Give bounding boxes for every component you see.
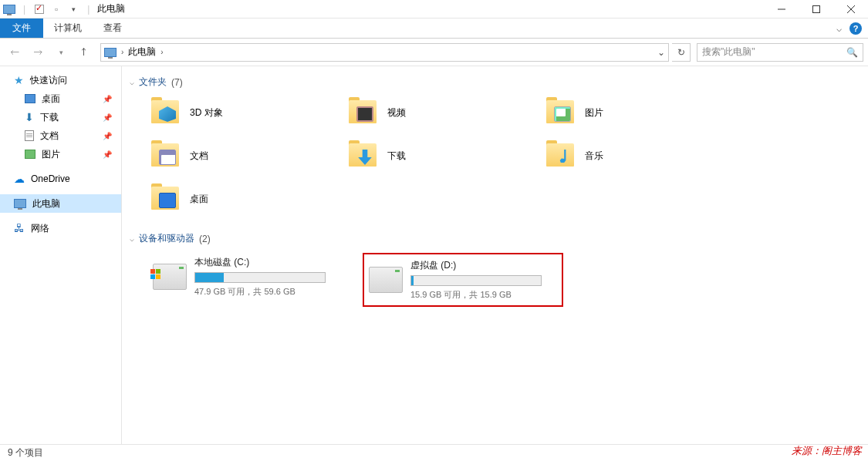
sidebar-onedrive[interactable]: ☁ OneDrive [0, 170, 121, 188]
ribbon-tabs: 文件 计算机 查看 ⌵ ? [0, 19, 868, 39]
content-pane: ⌵ 文件夹 (7) 3D 对象 视频 图片 文档 下载 音乐 [122, 66, 868, 444]
up-button[interactable]: 🡑 [74, 42, 94, 62]
drive-name: 虚拟盘 (D:) [410, 259, 557, 272]
folder-item-music[interactable]: 音乐 [545, 140, 742, 172]
navigation-bar: 🡐 🡒 ▾ 🡑 › 此电脑 › ⌄ ↻ 搜索"此电脑" 🔍 [0, 39, 868, 66]
quick-access-toolbar: | ▫ ▾ | [3, 3, 93, 15]
qat-icon[interactable]: ▫ [50, 3, 62, 15]
group-count: (7) [171, 77, 183, 88]
properties-icon[interactable] [33, 3, 46, 15]
sidebar-label: 下载 [40, 111, 59, 124]
sidebar-quick-access[interactable]: ★ 快速访问 [0, 71, 121, 89]
svg-rect-7 [156, 274, 160, 279]
documents-icon [25, 130, 34, 141]
sidebar-label: 网络 [31, 222, 49, 235]
breadcrumb-item[interactable]: 此电脑 › [128, 45, 163, 59]
refresh-button[interactable]: ↻ [672, 43, 691, 62]
qat-dropdown-icon[interactable]: ▾ [67, 3, 79, 15]
computer-icon [14, 199, 26, 208]
help-icon[interactable]: ? [849, 22, 862, 35]
folder-item-documents[interactable]: 文档 [150, 140, 347, 172]
ribbon-collapse-icon[interactable]: ⌵ [836, 23, 842, 34]
address-dropdown-icon[interactable]: ⌄ [657, 47, 665, 58]
folder-label: 文档 [190, 150, 208, 163]
status-item-count: 9 个项目 [8, 446, 43, 459]
address-bar[interactable]: › 此电脑 › ⌄ [100, 43, 669, 62]
folder-icon [545, 140, 577, 171]
breadcrumb-chevron-icon[interactable]: › [160, 48, 163, 56]
svg-rect-4 [150, 269, 155, 274]
chevron-down-icon: ⌵ [130, 78, 134, 86]
window-title: 此电脑 [97, 2, 125, 15]
pin-icon: 📌 [103, 95, 112, 103]
folder-item-video[interactable]: 视频 [347, 96, 545, 129]
watermark: 来源：阁主博客 [792, 444, 862, 458]
network-icon: 🖧 [14, 222, 25, 234]
sidebar-item-pictures[interactable]: 图片 📌 [0, 145, 121, 163]
window-controls [764, 0, 868, 19]
titlebar: | ▫ ▾ | 此电脑 [0, 0, 868, 19]
drive-usage-bar [410, 275, 542, 286]
group-label: 文件夹 [139, 76, 167, 89]
recent-dropdown-icon[interactable]: ▾ [51, 42, 71, 62]
group-label: 设备和驱动器 [139, 232, 194, 245]
folder-label: 图片 [585, 106, 603, 119]
folder-item-3d[interactable]: 3D 对象 [150, 96, 347, 129]
folder-item-desktop[interactable]: 桌面 [150, 183, 347, 215]
sidebar-label: OneDrive [31, 173, 70, 184]
sidebar-label: 图片 [42, 148, 60, 161]
sidebar-this-pc[interactable]: 此电脑 [0, 194, 121, 213]
cloud-icon: ☁ [14, 173, 25, 185]
folder-label: 桌面 [190, 193, 208, 206]
file-tab[interactable]: 文件 [0, 19, 43, 38]
sidebar-label: 文档 [40, 130, 59, 143]
close-button[interactable] [833, 0, 868, 19]
pin-icon: 📌 [103, 150, 112, 159]
tab-view[interactable]: 查看 [93, 19, 133, 38]
maximize-button[interactable] [799, 0, 833, 19]
drive-subtitle: 15.9 GB 可用，共 15.9 GB [410, 289, 557, 301]
pin-icon: 📌 [103, 113, 112, 122]
navigation-pane: ★ 快速访问 桌面 📌 ⬇ 下载 📌 文档 📌 图片 📌 ☁ OneDrive [0, 66, 122, 444]
drive-item[interactable]: 本地磁盘 (C:) 47.9 GB 可用，共 59.6 GB [150, 253, 350, 307]
drive-icon [369, 267, 403, 293]
downloads-icon: ⬇ [25, 111, 34, 123]
status-bar: 9 个项目 [0, 444, 868, 461]
tab-computer[interactable]: 计算机 [43, 19, 93, 38]
sidebar-network[interactable]: 🖧 网络 [0, 219, 121, 237]
sidebar-item-documents[interactable]: 文档 📌 [0, 126, 121, 145]
breadcrumb-label: 此电脑 [128, 45, 156, 59]
group-header-drives[interactable]: ⌵ 设备和驱动器 (2) [130, 232, 860, 245]
folder-icon [150, 97, 182, 128]
desktop-icon [25, 94, 35, 103]
separator: | [87, 4, 90, 15]
app-icon [3, 3, 15, 15]
folder-label: 下载 [387, 150, 406, 163]
group-header-folders[interactable]: ⌵ 文件夹 (7) [130, 76, 860, 89]
folder-icon [545, 97, 577, 128]
separator: | [23, 4, 25, 15]
pictures-icon [25, 150, 35, 159]
sidebar-label: 此电脑 [32, 197, 60, 210]
drive-item[interactable]: 虚拟盘 (D:) 15.9 GB 可用，共 15.9 GB [363, 253, 563, 307]
breadcrumb-chevron-icon[interactable]: › [121, 48, 123, 56]
location-icon [104, 48, 117, 57]
sidebar-item-desktop[interactable]: 桌面 📌 [0, 89, 121, 108]
sidebar-item-downloads[interactable]: ⬇ 下载 📌 [0, 108, 121, 126]
search-input[interactable]: 搜索"此电脑" 🔍 [697, 43, 863, 62]
drive-subtitle: 47.9 GB 可用，共 59.6 GB [194, 286, 347, 298]
folder-icon [347, 97, 380, 128]
folder-label: 视频 [387, 106, 406, 119]
chevron-down-icon: ⌵ [130, 234, 134, 243]
svg-rect-6 [150, 274, 155, 279]
forward-button[interactable]: 🡒 [28, 42, 48, 62]
folder-icon [347, 140, 380, 171]
group-count: (2) [199, 234, 211, 244]
folder-item-downloads[interactable]: 下载 [347, 140, 545, 172]
svg-rect-1 [812, 5, 819, 12]
folder-item-pictures[interactable]: 图片 [545, 96, 742, 129]
minimize-button[interactable] [764, 0, 799, 19]
folder-label: 音乐 [585, 150, 603, 163]
back-button[interactable]: 🡐 [5, 42, 25, 62]
search-icon[interactable]: 🔍 [846, 47, 858, 58]
